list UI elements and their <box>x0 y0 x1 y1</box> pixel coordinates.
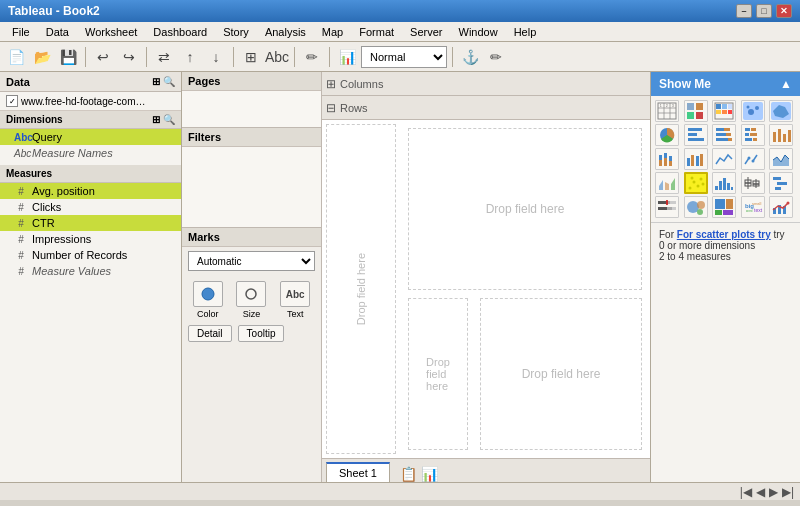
show-me-line-discrete[interactable] <box>741 148 765 170</box>
show-me-line-continuous[interactable] <box>712 148 736 170</box>
menu-map[interactable]: Map <box>314 24 351 40</box>
nav-prev[interactable]: ◀ <box>756 485 765 499</box>
marks-tooltip-btn[interactable]: Tooltip <box>238 325 285 342</box>
measure-values[interactable]: # Measure Values <box>0 263 181 279</box>
drop-zone-side[interactable]: Drop field here <box>326 124 396 454</box>
menu-analysis[interactable]: Analysis <box>257 24 314 40</box>
show-me-side-h-bars[interactable] <box>741 124 765 146</box>
show-me-panel: Show Me ▲ 123 <box>650 72 800 482</box>
show-me-area-continuous[interactable] <box>769 148 793 170</box>
nav-next[interactable]: ▶ <box>769 485 778 499</box>
show-me-h-bars[interactable] <box>684 124 708 146</box>
show-me-gantt[interactable] <box>769 172 793 194</box>
columns-label: ⊞ Columns <box>326 77 383 91</box>
dimension-query[interactable]: Abc Query <box>0 129 181 145</box>
show-me-area-discrete[interactable] <box>655 172 679 194</box>
marks-detail-btn[interactable]: Detail <box>188 325 232 342</box>
nav-last[interactable]: ▶| <box>782 485 794 499</box>
nav-first[interactable]: |◀ <box>740 485 752 499</box>
menu-format[interactable]: Format <box>351 24 402 40</box>
svg-rect-52 <box>687 158 690 166</box>
measure-impressions[interactable]: # Impressions <box>0 231 181 247</box>
data-grid-icon[interactable]: ⊞ <box>152 76 160 87</box>
show-me-heat-map[interactable] <box>684 100 708 122</box>
marks-color[interactable]: Color <box>188 281 228 319</box>
menu-server[interactable]: Server <box>402 24 450 40</box>
show-me-stacked-v-bars[interactable] <box>655 148 679 170</box>
close-button[interactable]: ✕ <box>776 4 792 18</box>
show-me-text-table[interactable]: 123 <box>655 100 679 122</box>
svg-rect-20 <box>728 110 732 114</box>
toolbar-save[interactable]: 💾 <box>56 45 80 69</box>
svg-text:1: 1 <box>660 104 662 108</box>
svg-rect-29 <box>688 138 704 141</box>
toolbar-pen[interactable]: ✏ <box>484 45 508 69</box>
show-me-word-cloud[interactable]: bigsmallwordtext <box>741 196 765 218</box>
sheet-tab-1[interactable]: Sheet 1 <box>326 462 390 482</box>
menu-story[interactable]: Story <box>215 24 257 40</box>
data-source-checkbox[interactable]: ✓ <box>6 95 18 107</box>
show-me-highlight-table[interactable] <box>712 100 736 122</box>
filters-body[interactable] <box>182 147 321 227</box>
svg-rect-97 <box>723 210 733 215</box>
columns-shelf[interactable]: ⊞ Columns <box>322 72 650 96</box>
menu-window[interactable]: Window <box>451 24 506 40</box>
toolbar-sort-desc[interactable]: ↓ <box>204 45 228 69</box>
pages-body[interactable] <box>182 91 321 127</box>
dimensions-grid-icon[interactable]: ⊞ <box>152 114 160 125</box>
tab-new-dashboard[interactable]: 📊 <box>421 466 438 482</box>
menu-dashboard[interactable]: Dashboard <box>145 24 215 40</box>
toolbar-swap[interactable]: ⇄ <box>152 45 176 69</box>
menu-help[interactable]: Help <box>506 24 545 40</box>
show-me-hint2: 2 to 4 measures <box>659 251 731 262</box>
measure-num-records[interactable]: # Number of Records <box>0 247 181 263</box>
show-me-packed-bubbles[interactable] <box>684 196 708 218</box>
measure-ctr[interactable]: # CTR <box>0 215 181 231</box>
menu-worksheet[interactable]: Worksheet <box>77 24 145 40</box>
toolbar-bar-chart[interactable]: 📊 <box>335 45 359 69</box>
toolbar-undo[interactable]: ↩ <box>91 45 115 69</box>
show-me-side-v-bars[interactable] <box>684 148 708 170</box>
show-me-scatter[interactable] <box>684 172 708 194</box>
maximize-button[interactable]: □ <box>756 4 772 18</box>
toolbar-sort-asc[interactable]: ↑ <box>178 45 202 69</box>
measure-avg-position[interactable]: # Avg. position <box>0 183 181 199</box>
menu-data[interactable]: Data <box>38 24 77 40</box>
toolbar-redo[interactable]: ↪ <box>117 45 141 69</box>
dimension-measure-names[interactable]: Abc Measure Names <box>0 145 181 161</box>
toolbar-fix[interactable]: ✏ <box>300 45 324 69</box>
view-type-dropdown[interactable]: Normal Fit Width Fit Height Entire View <box>361 46 447 68</box>
toolbar-label[interactable]: Abc <box>265 45 289 69</box>
minimize-button[interactable]: – <box>736 4 752 18</box>
show-me-v-bars[interactable] <box>769 124 793 146</box>
show-me-symbol-map[interactable] <box>741 100 765 122</box>
toolbar-fix2[interactable]: ⚓ <box>458 45 482 69</box>
drop-zone-main[interactable]: Drop field here <box>480 298 642 450</box>
dimensions-search-icon[interactable]: 🔍 <box>163 114 175 125</box>
window-controls: – □ ✕ <box>736 4 792 18</box>
marks-type-dropdown[interactable]: Automatic Bar Line Area Square Circle Sh… <box>188 251 315 271</box>
show-me-dual-combo[interactable] <box>769 196 793 218</box>
show-me-filled-map[interactable] <box>769 100 793 122</box>
show-me-pie[interactable] <box>655 124 679 146</box>
toolbar-group[interactable]: ⊞ <box>239 45 263 69</box>
drop-zone-top[interactable]: Drop field here <box>408 128 642 290</box>
toolbar-open[interactable]: 📂 <box>30 45 54 69</box>
marks-text[interactable]: Abc Text <box>275 281 315 319</box>
show-me-histogram[interactable] <box>712 172 736 194</box>
data-search-icon[interactable]: 🔍 <box>163 76 175 87</box>
drop-zone-left[interactable]: Dropfieldhere <box>408 298 468 450</box>
toolbar-new[interactable]: 📄 <box>4 45 28 69</box>
show-me-stacked-h-bars[interactable] <box>712 124 736 146</box>
menu-file[interactable]: File <box>4 24 38 40</box>
show-me-box-whisker[interactable] <box>741 172 765 194</box>
show-me-chart-type-link[interactable]: For scatter plots try <box>677 229 771 240</box>
show-me-header[interactable]: Show Me ▲ <box>651 72 800 96</box>
show-me-bullet[interactable] <box>655 196 679 218</box>
show-me-treemap[interactable] <box>712 196 736 218</box>
rows-shelf[interactable]: ⊟ Rows <box>322 96 650 120</box>
drop-top-text: Drop field here <box>486 202 565 216</box>
measure-clicks[interactable]: # Clicks <box>0 199 181 215</box>
tab-new-sheet[interactable]: 📋 <box>400 466 417 482</box>
marks-size[interactable]: Size <box>232 281 272 319</box>
